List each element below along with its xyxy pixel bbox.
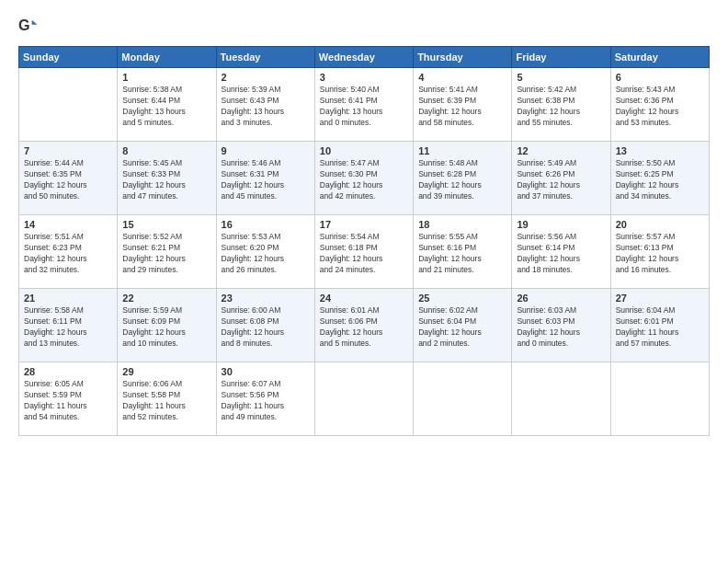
day-number: 7 bbox=[24, 145, 112, 156]
cell-info: Sunrise: 5:38 AM Sunset: 6:44 PM Dayligh… bbox=[122, 85, 210, 129]
calendar-cell bbox=[19, 68, 118, 142]
day-header: Friday bbox=[512, 47, 610, 68]
day-header: Tuesday bbox=[216, 47, 314, 68]
calendar-cell: 5Sunrise: 5:42 AM Sunset: 6:38 PM Daylig… bbox=[512, 68, 610, 142]
cell-info: Sunrise: 6:06 AM Sunset: 5:58 PM Dayligh… bbox=[122, 379, 210, 423]
day-number: 13 bbox=[616, 145, 704, 156]
cell-info: Sunrise: 5:44 AM Sunset: 6:35 PM Dayligh… bbox=[24, 158, 112, 202]
calendar-cell: 6Sunrise: 5:43 AM Sunset: 6:36 PM Daylig… bbox=[610, 68, 709, 142]
calendar-cell: 11Sunrise: 5:48 AM Sunset: 6:28 PM Dayli… bbox=[414, 142, 512, 215]
calendar-cell: 20Sunrise: 5:57 AM Sunset: 6:13 PM Dayli… bbox=[610, 215, 709, 289]
calendar-cell: 17Sunrise: 5:54 AM Sunset: 6:18 PM Dayli… bbox=[314, 215, 413, 289]
calendar-cell: 21Sunrise: 5:58 AM Sunset: 6:11 PM Dayli… bbox=[19, 289, 118, 362]
day-number: 29 bbox=[122, 366, 210, 377]
calendar-cell: 12Sunrise: 5:49 AM Sunset: 6:26 PM Dayli… bbox=[512, 142, 610, 215]
svg-marker-1 bbox=[32, 20, 38, 25]
calendar-cell: 19Sunrise: 5:56 AM Sunset: 6:14 PM Dayli… bbox=[512, 215, 610, 289]
day-number: 9 bbox=[222, 145, 310, 156]
header: G bbox=[18, 17, 710, 37]
calendar-cell: 15Sunrise: 5:52 AM Sunset: 6:21 PM Dayli… bbox=[118, 215, 216, 289]
calendar-cell: 8Sunrise: 5:45 AM Sunset: 6:33 PM Daylig… bbox=[118, 142, 216, 215]
day-number: 22 bbox=[122, 293, 210, 304]
svg-text:G: G bbox=[18, 17, 30, 33]
header-row: SundayMondayTuesdayWednesdayThursdayFrid… bbox=[19, 47, 710, 68]
cell-info: Sunrise: 6:04 AM Sunset: 6:01 PM Dayligh… bbox=[616, 305, 704, 350]
day-number: 8 bbox=[122, 145, 210, 156]
cell-info: Sunrise: 5:41 AM Sunset: 6:39 PM Dayligh… bbox=[418, 85, 506, 129]
calendar-cell bbox=[414, 362, 512, 436]
cell-info: Sunrise: 5:45 AM Sunset: 6:33 PM Dayligh… bbox=[122, 158, 210, 202]
calendar-cell: 26Sunrise: 6:03 AM Sunset: 6:03 PM Dayli… bbox=[512, 289, 610, 362]
cell-info: Sunrise: 5:39 AM Sunset: 6:43 PM Dayligh… bbox=[222, 85, 310, 129]
calendar-cell: 16Sunrise: 5:53 AM Sunset: 6:20 PM Dayli… bbox=[216, 215, 314, 289]
day-number: 1 bbox=[122, 72, 210, 83]
cell-info: Sunrise: 6:05 AM Sunset: 5:59 PM Dayligh… bbox=[24, 379, 112, 423]
calendar-cell bbox=[610, 362, 709, 436]
day-number: 18 bbox=[418, 219, 506, 230]
week-row: 28Sunrise: 6:05 AM Sunset: 5:59 PM Dayli… bbox=[19, 362, 710, 436]
calendar-cell: 30Sunrise: 6:07 AM Sunset: 5:56 PM Dayli… bbox=[216, 362, 314, 436]
calendar-cell: 3Sunrise: 5:40 AM Sunset: 6:41 PM Daylig… bbox=[314, 68, 413, 142]
cell-info: Sunrise: 6:07 AM Sunset: 5:56 PM Dayligh… bbox=[222, 379, 310, 423]
cell-info: Sunrise: 5:51 AM Sunset: 6:23 PM Dayligh… bbox=[24, 232, 112, 276]
calendar-cell: 9Sunrise: 5:46 AM Sunset: 6:31 PM Daylig… bbox=[216, 142, 314, 215]
calendar-table: SundayMondayTuesdayWednesdayThursdayFrid… bbox=[18, 46, 710, 436]
day-number: 16 bbox=[222, 219, 310, 230]
cell-info: Sunrise: 6:01 AM Sunset: 6:06 PM Dayligh… bbox=[320, 305, 408, 350]
day-header: Wednesday bbox=[314, 47, 413, 68]
day-header: Thursday bbox=[414, 47, 512, 68]
calendar-cell: 27Sunrise: 6:04 AM Sunset: 6:01 PM Dayli… bbox=[610, 289, 709, 362]
cell-info: Sunrise: 5:43 AM Sunset: 6:36 PM Dayligh… bbox=[616, 85, 704, 129]
cell-info: Sunrise: 5:59 AM Sunset: 6:09 PM Dayligh… bbox=[122, 305, 210, 350]
cell-info: Sunrise: 5:58 AM Sunset: 6:11 PM Dayligh… bbox=[24, 305, 112, 350]
calendar-cell: 22Sunrise: 5:59 AM Sunset: 6:09 PM Dayli… bbox=[118, 289, 216, 362]
day-number: 25 bbox=[418, 293, 506, 304]
day-number: 15 bbox=[122, 219, 210, 230]
week-row: 7Sunrise: 5:44 AM Sunset: 6:35 PM Daylig… bbox=[19, 142, 710, 215]
cell-info: Sunrise: 5:57 AM Sunset: 6:13 PM Dayligh… bbox=[616, 232, 704, 276]
calendar-cell bbox=[512, 362, 610, 436]
cell-info: Sunrise: 5:50 AM Sunset: 6:25 PM Dayligh… bbox=[616, 158, 704, 202]
cell-info: Sunrise: 6:03 AM Sunset: 6:03 PM Dayligh… bbox=[517, 305, 605, 350]
logo-icon: G bbox=[18, 17, 39, 37]
day-number: 19 bbox=[517, 219, 605, 230]
day-number: 11 bbox=[418, 145, 506, 156]
calendar-cell: 18Sunrise: 5:55 AM Sunset: 6:16 PM Dayli… bbox=[414, 215, 512, 289]
cell-info: Sunrise: 5:42 AM Sunset: 6:38 PM Dayligh… bbox=[517, 85, 605, 129]
cell-info: Sunrise: 5:53 AM Sunset: 6:20 PM Dayligh… bbox=[222, 232, 310, 276]
day-number: 20 bbox=[616, 219, 704, 230]
cell-info: Sunrise: 5:56 AM Sunset: 6:14 PM Dayligh… bbox=[517, 232, 605, 276]
day-number: 12 bbox=[517, 145, 605, 156]
calendar-cell: 7Sunrise: 5:44 AM Sunset: 6:35 PM Daylig… bbox=[19, 142, 118, 215]
calendar-cell: 13Sunrise: 5:50 AM Sunset: 6:25 PM Dayli… bbox=[610, 142, 709, 215]
calendar-cell: 25Sunrise: 6:02 AM Sunset: 6:04 PM Dayli… bbox=[414, 289, 512, 362]
day-number: 4 bbox=[418, 72, 506, 83]
calendar-cell: 2Sunrise: 5:39 AM Sunset: 6:43 PM Daylig… bbox=[216, 68, 314, 142]
day-number: 30 bbox=[222, 366, 310, 377]
calendar-cell: 24Sunrise: 6:01 AM Sunset: 6:06 PM Dayli… bbox=[314, 289, 413, 362]
calendar-cell: 4Sunrise: 5:41 AM Sunset: 6:39 PM Daylig… bbox=[414, 68, 512, 142]
day-number: 28 bbox=[24, 366, 112, 377]
day-number: 24 bbox=[320, 293, 408, 304]
day-number: 5 bbox=[517, 72, 605, 83]
week-row: 1Sunrise: 5:38 AM Sunset: 6:44 PM Daylig… bbox=[19, 68, 710, 142]
cell-info: Sunrise: 5:40 AM Sunset: 6:41 PM Dayligh… bbox=[320, 85, 408, 129]
day-number: 26 bbox=[517, 293, 605, 304]
cell-info: Sunrise: 5:54 AM Sunset: 6:18 PM Dayligh… bbox=[320, 232, 408, 276]
cell-info: Sunrise: 5:48 AM Sunset: 6:28 PM Dayligh… bbox=[418, 158, 506, 202]
week-row: 14Sunrise: 5:51 AM Sunset: 6:23 PM Dayli… bbox=[19, 215, 710, 289]
cell-info: Sunrise: 5:47 AM Sunset: 6:30 PM Dayligh… bbox=[320, 158, 408, 202]
day-header: Sunday bbox=[19, 47, 118, 68]
cell-info: Sunrise: 5:49 AM Sunset: 6:26 PM Dayligh… bbox=[517, 158, 605, 202]
day-number: 14 bbox=[24, 219, 112, 230]
calendar-cell: 1Sunrise: 5:38 AM Sunset: 6:44 PM Daylig… bbox=[118, 68, 216, 142]
calendar-cell: 14Sunrise: 5:51 AM Sunset: 6:23 PM Dayli… bbox=[19, 215, 118, 289]
day-header: Saturday bbox=[610, 47, 709, 68]
cell-info: Sunrise: 5:52 AM Sunset: 6:21 PM Dayligh… bbox=[122, 232, 210, 276]
day-number: 21 bbox=[24, 293, 112, 304]
cell-info: Sunrise: 5:46 AM Sunset: 6:31 PM Dayligh… bbox=[222, 158, 310, 202]
calendar-cell: 23Sunrise: 6:00 AM Sunset: 6:08 PM Dayli… bbox=[216, 289, 314, 362]
cell-info: Sunrise: 6:00 AM Sunset: 6:08 PM Dayligh… bbox=[222, 305, 310, 350]
day-header: Monday bbox=[118, 47, 216, 68]
day-number: 27 bbox=[616, 293, 704, 304]
